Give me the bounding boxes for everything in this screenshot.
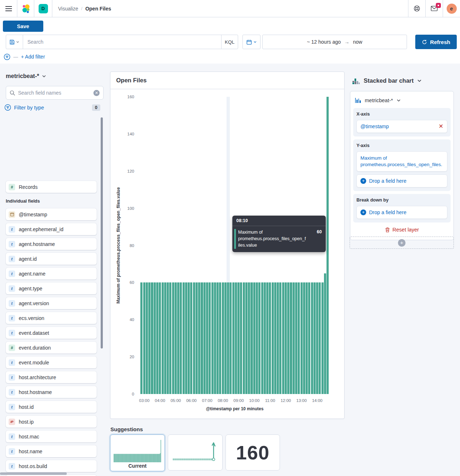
string-field-icon: t — [9, 359, 15, 366]
field-item-host.hostname[interactable]: thost.hostname — [6, 386, 97, 398]
filter-icon — [4, 104, 11, 111]
line-chart-thumbnail — [170, 438, 220, 467]
reset-layer-button[interactable]: Reset layer — [353, 222, 451, 237]
field-name: host.id — [19, 404, 34, 410]
help-button[interactable] — [408, 0, 425, 17]
query-language-button[interactable]: KQL — [221, 35, 238, 49]
field-name: agent.name — [19, 271, 45, 277]
field-search-input[interactable] — [15, 90, 93, 96]
string-field-icon: t — [9, 226, 15, 233]
svg-text:60: 60 — [130, 280, 134, 285]
time-from[interactable]: ~ 12 hours ago — [307, 39, 341, 45]
layer-index-selector[interactable]: metricbeat-* — [353, 94, 451, 107]
field-item-host.name[interactable]: thost.name — [6, 445, 97, 457]
horizontal-scrollbar[interactable] — [0, 472, 67, 475]
field-item-host.ip[interactable]: IPhost.ip — [6, 416, 97, 428]
svg-text:09:00: 09:00 — [233, 398, 244, 403]
x-axis-label: X-axis — [356, 112, 447, 117]
svg-text:Maximum of prometheus.process_: Maximum of prometheus.process_files_open… — [116, 187, 121, 303]
field-item-event.dataset[interactable]: tevent.dataset — [6, 327, 97, 339]
string-field-icon: t — [9, 330, 15, 336]
stacked-bar-chart[interactable]: 02040608010012014016003:0004:0005:0006:0… — [110, 89, 344, 419]
date-picker-button[interactable] — [242, 35, 260, 49]
menu-button[interactable] — [0, 0, 17, 17]
time-to[interactable]: now — [353, 39, 363, 45]
breakdown-drop-zone[interactable]: + Drop a field here — [356, 206, 447, 219]
x-axis-dimension[interactable]: @timestamp ✕ — [356, 120, 447, 133]
elastic-logo-icon — [21, 4, 31, 14]
suggestion-current[interactable]: Current — [110, 434, 165, 471]
notification-badge — [436, 3, 441, 8]
breadcrumb: Visualize / Open Files — [52, 0, 111, 17]
filter-bar: — + Add filter — [0, 51, 45, 62]
search-input[interactable] — [23, 35, 221, 49]
svg-text:140: 140 — [127, 132, 134, 136]
search-box: KQL — [6, 35, 238, 49]
space-badge: D — [39, 4, 48, 13]
svg-text:100: 100 — [127, 206, 134, 211]
field-name: host.hostname — [19, 389, 52, 395]
svg-text:03:00: 03:00 — [139, 398, 150, 403]
chart-type-selector[interactable]: Stacked bar chart — [352, 77, 422, 85]
field-name: @timestamp — [19, 212, 47, 217]
filter-by-type-button[interactable]: Filter by type 0 — [4, 104, 100, 111]
svg-text:0: 0 — [132, 392, 134, 396]
y-axis-dimension[interactable]: Maximum of prometheus.process_files_open… — [356, 151, 447, 172]
field-item-host.architecture[interactable]: thost.architecture — [6, 371, 97, 383]
field-item-event.duration[interactable]: #event.duration — [6, 342, 97, 354]
chevron-down-icon — [397, 98, 401, 103]
add-layer-button[interactable]: + — [350, 237, 454, 249]
elastic-logo[interactable] — [17, 0, 34, 17]
index-pattern-switcher[interactable]: metricbeat-* — [6, 73, 46, 79]
refresh-icon — [422, 39, 427, 45]
svg-text:05:00: 05:00 — [171, 398, 181, 403]
field-item-records[interactable]: # Records — [6, 181, 97, 193]
x-axis-section: X-axis @timestamp ✕ — [353, 108, 451, 137]
field-item-agent.version[interactable]: tagent.version — [6, 297, 97, 309]
chart-title-bar: Open Files — [110, 72, 344, 89]
sidebar-scrollbar[interactable] — [101, 117, 103, 349]
svg-text:11:00: 11:00 — [265, 398, 275, 403]
save-query-icon — [9, 39, 15, 45]
saved-query-button[interactable] — [6, 35, 23, 49]
string-field-icon: t — [9, 404, 15, 410]
remove-dimension-icon[interactable]: ✕ — [439, 124, 443, 129]
space-selector[interactable]: D — [34, 0, 52, 17]
field-item-ecs.version[interactable]: tecs.version — [6, 312, 97, 324]
svg-text:80: 80 — [130, 243, 134, 248]
chevron-down-icon — [253, 40, 257, 44]
string-field-icon: t — [9, 315, 15, 321]
clear-search-button[interactable]: ✕ — [93, 90, 100, 96]
field-item-agent.name[interactable]: tagent.name — [6, 268, 97, 280]
refresh-button[interactable]: Refresh — [415, 35, 457, 49]
field-item-agent.id[interactable]: tagent.id — [6, 253, 97, 265]
time-range[interactable]: ~ 12 hours ago → now — [262, 35, 407, 49]
query-bar: KQL ~ 12 hours ago → now Refresh — [0, 35, 460, 49]
field-item-event.module[interactable]: tevent.module — [6, 356, 97, 368]
svg-text:12:00: 12:00 — [281, 398, 291, 403]
field-item-host.mac[interactable]: thost.mac — [6, 430, 97, 442]
string-field-icon: t — [9, 241, 15, 247]
save-button[interactable]: Save — [3, 21, 43, 32]
field-item-host.os.build[interactable]: thost.os.build — [6, 460, 97, 472]
field-item-@timestamp[interactable]: @timestamp — [6, 208, 97, 220]
user-menu[interactable]: e — [443, 0, 460, 17]
field-name: host.name — [19, 449, 42, 454]
filter-icon[interactable] — [4, 53, 10, 60]
field-item-host.id[interactable]: thost.id — [6, 401, 97, 413]
tooltip-time: 08:10 — [232, 216, 326, 226]
y-axis-drop-zone[interactable]: + Drop a field here — [356, 174, 447, 187]
suggestion-line-chart[interactable] — [168, 434, 223, 471]
svg-text:120: 120 — [127, 169, 134, 173]
svg-text:10:00: 10:00 — [249, 398, 260, 403]
add-filter-button[interactable]: + Add filter — [21, 54, 45, 60]
suggestion-metric[interactable]: 160 — [225, 434, 280, 471]
stacked-bar-chart-icon — [352, 77, 360, 85]
newsfeed-button[interactable] — [425, 0, 443, 17]
chevron-down-icon — [42, 74, 46, 78]
suggestions-title: Suggestions — [110, 426, 143, 432]
breadcrumb-visualize[interactable]: Visualize — [58, 6, 78, 12]
field-item-agent.hostname[interactable]: tagent.hostname — [6, 238, 97, 250]
field-item-agent.ephemeral_id[interactable]: tagent.ephemeral_id — [6, 223, 97, 235]
field-item-agent.type[interactable]: tagent.type — [6, 282, 97, 294]
